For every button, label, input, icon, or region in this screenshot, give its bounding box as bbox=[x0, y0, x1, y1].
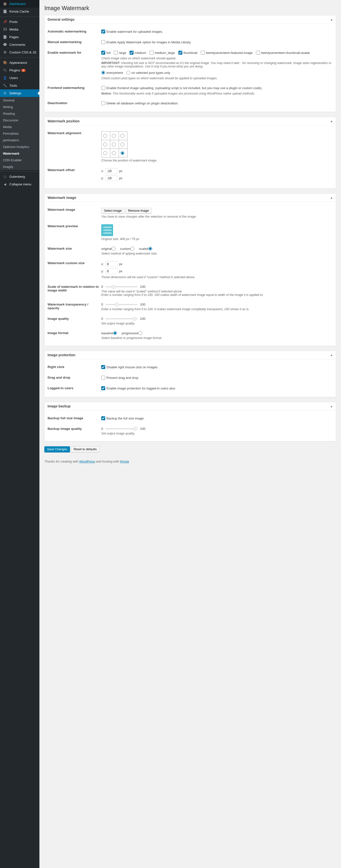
sidebar-sub-watermark[interactable]: Watermark bbox=[0, 150, 39, 157]
label-drag: Drag and drop bbox=[48, 376, 101, 380]
align-tc[interactable] bbox=[110, 131, 119, 140]
sidebar-item-custom-css-js[interactable]: ✪Custom CSS & JS bbox=[0, 49, 39, 56]
sidebar-sub-media[interactable]: Media bbox=[0, 124, 39, 130]
sidebar-item-tools[interactable]: 🔧Tools bbox=[0, 82, 39, 89]
align-mc[interactable] bbox=[110, 140, 119, 149]
sidebar-item-kinsta-cache[interactable]: 📄Kinsta Cache bbox=[0, 8, 39, 15]
desc-image-save: You have to save changes after the selec… bbox=[101, 215, 333, 218]
align-br[interactable] bbox=[119, 149, 127, 157]
size-large-checkbox[interactable]: large bbox=[114, 51, 126, 55]
wordpress-link[interactable]: WordPress bbox=[79, 460, 95, 463]
size-scaled-radio[interactable]: scaled bbox=[139, 247, 153, 251]
menu-icon: 🎞 bbox=[2, 28, 7, 31]
panel-image: Watermark image ▲ Watermark image Select… bbox=[44, 193, 336, 346]
align-tr[interactable] bbox=[119, 131, 127, 140]
opacity-slider[interactable] bbox=[106, 304, 138, 305]
sidebar-sub-cdn-enabler[interactable]: CDN Enabler bbox=[0, 157, 39, 163]
sidebar-item-users[interactable]: 👤Users bbox=[0, 74, 39, 82]
auto-watermark-checkbox[interactable]: Enable watermark for uploaded images. bbox=[101, 30, 163, 33]
size-twentyseventeen-featured-image-checkbox[interactable]: twentyseventeen-featured-image bbox=[201, 51, 253, 55]
sidebar-item-dashboard[interactable]: 🏠Dashboard bbox=[0, 0, 39, 8]
sidebar-item-appearance[interactable]: 🎨Appearance bbox=[0, 59, 39, 66]
size-medium-checkbox[interactable]: medium bbox=[130, 51, 146, 55]
label-auto-watermark: Automatic watermarking bbox=[48, 30, 101, 34]
format-progressive-radio[interactable]: progressive bbox=[122, 331, 143, 335]
menu-icon: 🔌 bbox=[2, 68, 7, 72]
align-bl[interactable] bbox=[102, 149, 110, 157]
backup-quality-slider[interactable] bbox=[106, 428, 138, 429]
radio-everywhere[interactable]: everywhere bbox=[101, 71, 123, 74]
manual-watermark-checkbox[interactable]: Enable Apply Watermark option for images… bbox=[101, 40, 192, 44]
rightclick-checkbox[interactable]: Disable right mouse click on images bbox=[101, 365, 158, 369]
menu-icon: 📑 bbox=[2, 35, 7, 39]
sidebar-sub-writing[interactable]: Writing bbox=[0, 104, 39, 110]
alignment-grid bbox=[101, 131, 127, 158]
panel-image-toggle[interactable]: Watermark image ▲ bbox=[45, 194, 336, 202]
sidebar-sub-optimize-analytics[interactable]: Optimize Analytics bbox=[0, 144, 39, 150]
sidebar-sub-perfmatters[interactable]: perfmatters bbox=[0, 137, 39, 144]
sidebar-sub-discussion[interactable]: Discussion bbox=[0, 117, 39, 124]
drag-checkbox[interactable]: Prevent drag and drop bbox=[101, 376, 138, 380]
custom-x-input[interactable] bbox=[105, 261, 117, 267]
panel-backup-toggle[interactable]: Image backup ▲ bbox=[45, 402, 336, 410]
panel-heading: Watermark image bbox=[48, 196, 76, 199]
format-baseline-radio[interactable]: baseline bbox=[101, 331, 118, 335]
desc-custom-size: Those dimensions will be used if "custom… bbox=[101, 276, 333, 279]
sidebar-item-pages[interactable]: 📑Pages bbox=[0, 33, 39, 41]
select-image-button[interactable]: Select image bbox=[101, 208, 124, 214]
radio-selected-types[interactable]: on selected post types only bbox=[126, 71, 170, 74]
sidebar-sub-permalinks[interactable]: Permalinks bbox=[0, 130, 39, 137]
align-mr[interactable] bbox=[119, 140, 127, 149]
save-button[interactable]: Save Changes bbox=[44, 446, 70, 452]
desc-important: IMPORTANT: checking full size is NOT rec… bbox=[101, 61, 333, 68]
deactivation-checkbox[interactable]: Delete all database settings on plugin d… bbox=[101, 101, 179, 105]
offset-y-input[interactable] bbox=[105, 175, 117, 181]
frontend-checkbox[interactable]: Enable frontend image uploading. (upload… bbox=[101, 86, 262, 90]
desc-opacity: Enter a number ranging from 0 to 100. 0 … bbox=[101, 307, 333, 311]
panel-general: General settings ▲ Automatic watermarkin… bbox=[44, 15, 336, 112]
custom-y-input[interactable] bbox=[105, 268, 117, 274]
desc-alignment: Choose the position of watermark image. bbox=[101, 159, 333, 162]
sidebar-item-gutenberg[interactable]: ◻Gutenberg bbox=[0, 173, 39, 181]
quality-slider[interactable] bbox=[106, 318, 138, 319]
size-original-radio[interactable]: original bbox=[101, 247, 117, 251]
logged-checkbox[interactable]: Enable image protection for logged-in us… bbox=[101, 386, 175, 390]
sidebar-item-collapse-menu[interactable]: ◀Collapse menu bbox=[0, 181, 39, 188]
watermark-preview-thumbnail bbox=[101, 224, 113, 236]
chevron-up-icon: ▲ bbox=[330, 405, 333, 408]
sidebar-sub-imagify[interactable]: Imagify bbox=[0, 163, 39, 170]
panel-position-toggle[interactable]: Watermark position ▲ bbox=[45, 117, 336, 125]
align-tl[interactable] bbox=[102, 131, 110, 140]
sidebar-item-comments[interactable]: 💬Comments bbox=[0, 41, 39, 49]
sidebar-item-posts[interactable]: 📌Posts bbox=[0, 18, 39, 26]
size-custom-radio[interactable]: custom bbox=[120, 247, 136, 251]
sidebar-sub-general[interactable]: General bbox=[0, 97, 39, 104]
backup-full-checkbox[interactable]: Backup the full size image. bbox=[101, 416, 145, 420]
align-ml[interactable] bbox=[102, 140, 110, 149]
label-quality: Image quality bbox=[48, 317, 101, 325]
label-watermark-image: Watermark image bbox=[48, 208, 101, 218]
reset-button[interactable]: Reset to defaults bbox=[71, 446, 100, 452]
sidebar-sub-reading[interactable]: Reading bbox=[0, 110, 39, 117]
panel-protection-toggle[interactable]: Image protection ▲ bbox=[45, 351, 336, 359]
size-full-checkbox[interactable]: full bbox=[101, 51, 111, 55]
offset-x-input[interactable] bbox=[105, 168, 117, 174]
sidebar-item-settings[interactable]: ⚙Settings bbox=[0, 89, 39, 97]
sidebar-item-plugins[interactable]: 🔌Plugins6 bbox=[0, 66, 39, 74]
admin-sidebar: 🏠Dashboard📄Kinsta Cache📌Posts🎞Media📑Page… bbox=[0, 0, 39, 868]
remove-image-button[interactable]: Remove image bbox=[125, 208, 151, 214]
size-thumbnail-checkbox[interactable]: thumbnail bbox=[178, 51, 197, 55]
size-medium-large-checkbox[interactable]: medium_large bbox=[149, 51, 175, 55]
size-twentyseventeen-thumbnail-avatar-checkbox[interactable]: twentyseventeen-thumbnail-avatar bbox=[256, 51, 310, 55]
panel-protection: Image protection ▲ Right clickDisable ri… bbox=[44, 351, 336, 397]
desc-quality: Set output image quality. bbox=[101, 322, 333, 325]
label-backup-quality: Backup image quality bbox=[48, 427, 101, 435]
sidebar-item-media[interactable]: 🎞Media bbox=[0, 26, 39, 33]
kinsta-link[interactable]: Kinsta bbox=[120, 460, 129, 463]
chevron-up-icon: ▲ bbox=[330, 18, 333, 21]
panel-general-toggle[interactable]: General settings ▲ bbox=[45, 16, 336, 24]
label-custom-size: Watermark custom size bbox=[48, 261, 101, 279]
align-bc[interactable] bbox=[110, 149, 119, 157]
desc-format: Select baseline or progressive image for… bbox=[101, 336, 333, 340]
scale-slider[interactable] bbox=[106, 286, 138, 287]
